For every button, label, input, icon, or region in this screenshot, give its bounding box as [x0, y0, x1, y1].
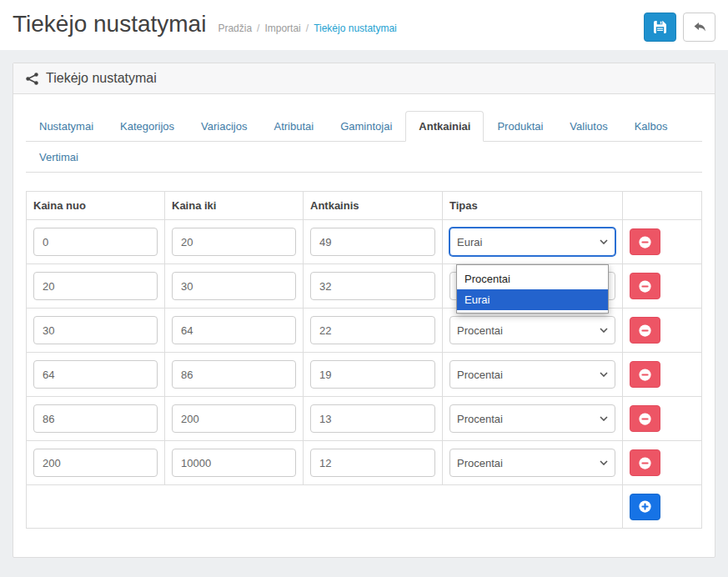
tipas-select-wrap: Procentai — [449, 316, 615, 344]
price-rules-table: Kaina nuo Kaina iki Antkainis Tipas — [26, 191, 702, 529]
kaina-nuo-input[interactable] — [33, 449, 158, 477]
remove-row-button[interactable] — [630, 405, 660, 432]
kaina-iki-input[interactable] — [172, 272, 296, 300]
table-row: Eurai Procentai Eurai — [27, 220, 702, 264]
antkainis-input[interactable] — [310, 316, 435, 344]
remove-row-button[interactable] — [630, 273, 660, 299]
column-header-kaina-iki: Kaina iki — [165, 192, 304, 220]
kaina-nuo-input[interactable] — [33, 404, 158, 433]
tipas-select[interactable]: Procentai — [449, 360, 615, 389]
kaina-iki-input[interactable] — [172, 360, 296, 389]
tab-row-1: Nustatymai Kategorijos Variacijos Atribu… — [26, 111, 702, 142]
kaina-nuo-input[interactable] — [33, 316, 158, 344]
tab-variacijos[interactable]: Variacijos — [188, 111, 260, 142]
kaina-nuo-input[interactable] — [33, 360, 158, 389]
remove-row-button[interactable] — [630, 449, 660, 476]
tab-produktai[interactable]: Produktai — [484, 111, 556, 142]
tipas-dropdown: Procentai Eurai — [456, 264, 609, 314]
breadcrumb-item-imports[interactable]: Importai — [264, 23, 300, 34]
footer-empty-cell — [27, 485, 623, 529]
tab-gamintojai[interactable]: Gamintojai — [327, 111, 405, 142]
table-row: Procentai — [27, 441, 702, 485]
supplier-settings-panel: Tiekėjo nustatymai Nustatymai Kategorijo… — [13, 63, 715, 558]
kaina-iki-input[interactable] — [172, 316, 296, 344]
tipas-select[interactable]: Eurai — [449, 228, 615, 256]
antkainis-input[interactable] — [310, 360, 435, 389]
table-row: Procentai — [27, 309, 702, 353]
plus-circle-icon — [639, 500, 651, 513]
tipas-select[interactable]: Procentai — [449, 316, 615, 344]
kaina-nuo-input[interactable] — [33, 272, 158, 300]
tipas-select[interactable]: Procentai — [449, 449, 615, 477]
antkainis-input[interactable] — [310, 404, 435, 433]
kaina-iki-input[interactable] — [172, 449, 296, 477]
minus-circle-icon — [639, 236, 651, 248]
breadcrumb-item-home[interactable]: Pradžia — [218, 23, 252, 34]
page-header: Tiekėjo nustatymai Pradžia Importai Tiek… — [0, 0, 728, 50]
dropdown-option-eurai[interactable]: Eurai — [457, 289, 608, 310]
table-row: Procentai — [27, 353, 702, 397]
kaina-iki-input[interactable] — [172, 404, 296, 433]
kaina-nuo-input[interactable] — [33, 228, 158, 256]
column-header-actions — [623, 192, 702, 220]
breadcrumb-separator — [257, 23, 259, 34]
antkainis-input[interactable] — [310, 449, 435, 477]
tab-kategorijos[interactable]: Kategorijos — [107, 111, 188, 142]
remove-row-button[interactable] — [630, 317, 660, 344]
antkainis-input[interactable] — [310, 228, 435, 256]
share-icon — [26, 73, 38, 85]
floppy-disk-icon — [654, 21, 666, 33]
content-area: Tiekėjo nustatymai Nustatymai Kategorijo… — [0, 50, 728, 577]
header-buttons — [644, 11, 715, 42]
table-row: Procentai — [27, 397, 702, 441]
minus-circle-icon — [639, 413, 651, 425]
minus-circle-icon — [639, 280, 651, 293]
remove-row-button[interactable] — [630, 361, 660, 388]
back-button[interactable] — [683, 13, 715, 42]
remove-row-button[interactable] — [630, 228, 660, 255]
column-header-antkainis: Antkainis — [304, 192, 443, 220]
breadcrumb: Pradžia Importai Tiekėjo nustatymai — [218, 23, 396, 34]
table-footer-row — [27, 485, 702, 529]
tab-kalbos[interactable]: Kalbos — [621, 111, 681, 142]
minus-circle-icon — [639, 369, 651, 381]
tipas-select-wrap: Procentai — [449, 404, 615, 433]
panel-heading-label: Tiekėjo nustatymai — [46, 71, 157, 86]
tab-row-2: Vertimai — [26, 142, 702, 173]
kaina-iki-input[interactable] — [172, 228, 296, 256]
minus-circle-icon — [639, 457, 651, 469]
reply-arrow-icon — [693, 22, 706, 33]
tipas-select-wrap: Eurai Procentai Eurai — [449, 228, 615, 256]
tab-valiutos[interactable]: Valiutos — [556, 111, 620, 142]
panel-body: Nustatymai Kategorijos Variacijos Atribu… — [13, 94, 715, 557]
table-header-row: Kaina nuo Kaina iki Antkainis Tipas — [27, 192, 702, 220]
tab-atributai[interactable]: Atributai — [260, 111, 327, 142]
tab-nustatymai[interactable]: Nustatymai — [26, 111, 107, 142]
minus-circle-icon — [639, 324, 651, 337]
add-row-button[interactable] — [630, 494, 660, 520]
tab-antkainiai[interactable]: Antkainiai — [405, 111, 484, 142]
panel-heading: Tiekėjo nustatymai — [13, 63, 715, 94]
tab-vertimai[interactable]: Vertimai — [26, 142, 92, 173]
breadcrumb-item-current[interactable]: Tiekėjo nustatymai — [314, 23, 397, 34]
breadcrumb-separator — [306, 23, 309, 34]
tipas-select-wrap: Procentai — [449, 360, 615, 389]
antkainis-input[interactable] — [310, 272, 435, 300]
page-title: Tiekėjo nustatymai — [13, 11, 206, 38]
column-header-kaina-nuo: Kaina nuo — [27, 192, 165, 220]
tipas-select[interactable]: Procentai — [449, 404, 615, 433]
title-wrap: Tiekėjo nustatymai Pradžia Importai Tiek… — [13, 11, 397, 38]
column-header-tipas: Tipas — [443, 192, 623, 220]
save-button[interactable] — [644, 13, 676, 42]
tipas-select-wrap: Procentai — [449, 449, 615, 477]
dropdown-option-procentai[interactable]: Procentai — [457, 268, 608, 289]
